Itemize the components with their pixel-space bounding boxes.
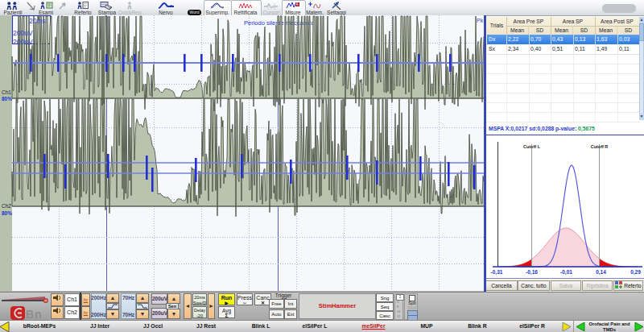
svg-text:-0,01: -0,01	[560, 269, 572, 276]
svg-text:0,29: 0,29	[630, 269, 641, 276]
svg-text:-0,31: -0,31	[491, 269, 503, 276]
svg-text:20ms: 20ms	[29, 17, 46, 25]
svg-text:Periodo silente meccanico: Periodo silente meccanico	[244, 19, 315, 27]
svg-text:80%: 80%	[2, 96, 12, 102]
svg-text:0,14: 0,14	[596, 269, 606, 276]
svg-text:80%: 80%	[2, 210, 12, 216]
svg-text:-0,16: -0,16	[526, 269, 538, 276]
svg-text:Cutoff L: Cutoff L	[523, 144, 541, 149]
svg-text:Cutoff R: Cutoff R	[591, 144, 609, 149]
svg-text:200uV: 200uV	[13, 29, 33, 37]
svg-text:A: A	[296, 2, 299, 6]
svg-text:Pk: Pk	[477, 18, 484, 23]
svg-text:Ch1: Ch1	[2, 89, 11, 95]
svg-text:Ch2: Ch2	[2, 203, 11, 209]
svg-text:Bn: Bn	[26, 308, 43, 321]
svg-text:200uV: 200uV	[13, 38, 33, 46]
